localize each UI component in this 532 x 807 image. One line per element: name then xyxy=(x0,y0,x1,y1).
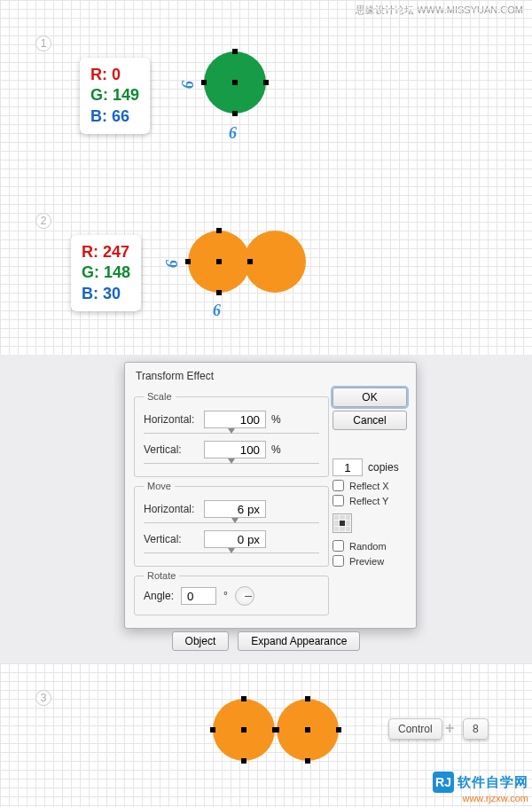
brand-cn: 软件自学网 xyxy=(458,774,528,791)
watermark-bottom: RJ 软件自学网 www.rjzxw.com xyxy=(433,772,528,803)
rgb1-r: R: 0 xyxy=(90,65,139,85)
rotate-label: Angle: xyxy=(144,590,174,602)
copies-label: copies xyxy=(368,461,399,474)
step-badge-3: 3 xyxy=(35,690,51,706)
scale-v-label: Vertical: xyxy=(144,443,199,456)
orange-circle-a[interactable] xyxy=(213,699,275,761)
rotate-dial[interactable] xyxy=(235,586,254,606)
reference-point[interactable] xyxy=(332,513,352,533)
reflect-y-checkbox[interactable] xyxy=(332,495,344,506)
green-circle[interactable] xyxy=(204,51,266,114)
dialog-title: Transform Effect xyxy=(134,368,407,388)
preview-checkbox[interactable] xyxy=(332,555,344,567)
scale-legend: Scale xyxy=(144,391,176,402)
dim-height-2: 6 xyxy=(163,260,182,268)
move-h-label: Horizontal: xyxy=(144,503,199,515)
rgb1-b: B: 66 xyxy=(90,106,139,127)
move-v-input[interactable] xyxy=(204,530,266,548)
dim-width-1: 6 xyxy=(229,124,237,143)
reflect-x-checkbox[interactable] xyxy=(332,480,344,491)
step-1-area: 1 R: 0 G: 149 B: 66 6 6 xyxy=(0,0,532,186)
rotate-legend: Rotate xyxy=(144,570,179,581)
step-badge-2: 2 xyxy=(35,213,51,229)
preview-label: Preview xyxy=(349,556,384,567)
pct-1: % xyxy=(271,413,281,426)
dialog-area: Transform Effect Scale Horizontal: % Ver… xyxy=(0,355,532,663)
rgb2-g: G: 148 xyxy=(82,262,130,283)
reflect-y-label: Reflect Y xyxy=(349,496,388,506)
transform-effect-dialog: Transform Effect Scale Horizontal: % Ver… xyxy=(124,362,417,629)
copies-input[interactable] xyxy=(332,458,363,476)
move-v-label: Vertical: xyxy=(144,533,199,545)
rgb-card-2: R: 247 G: 148 B: 30 xyxy=(71,235,141,311)
rgb1-g: G: 149 xyxy=(90,85,139,106)
move-legend: Move xyxy=(144,481,175,491)
dim-height-1: 6 xyxy=(179,81,198,89)
step-badge-1: 1 xyxy=(35,35,51,51)
random-checkbox[interactable] xyxy=(332,540,344,552)
random-label: Random xyxy=(349,541,387,552)
rgb2-b: B: 30 xyxy=(82,284,130,304)
reflect-x-label: Reflect X xyxy=(349,481,389,491)
orange-circle-copy xyxy=(244,231,306,293)
brand-url: www.rjzxw.com xyxy=(433,793,528,803)
scale-v-input[interactable] xyxy=(204,441,266,458)
object-menu-button[interactable]: Object xyxy=(172,631,230,651)
dim-width-2: 6 xyxy=(213,302,221,320)
rotate-input[interactable] xyxy=(181,587,216,605)
scale-h-label: Horizontal: xyxy=(144,413,199,426)
control-key: Control xyxy=(388,718,442,740)
rgb2-r: R: 247 xyxy=(82,242,130,262)
scale-group: Scale Horizontal: % Vertical: % xyxy=(134,391,329,477)
step-2-area: 2 R: 247 G: 148 B: 30 6 6 xyxy=(0,186,532,355)
plus-icon: + xyxy=(445,719,455,738)
orange-circle[interactable] xyxy=(188,231,250,293)
eight-key: 8 xyxy=(463,718,489,740)
cancel-button[interactable]: Cancel xyxy=(332,411,407,430)
orange-circle-b[interactable] xyxy=(277,699,339,761)
expand-appearance-button[interactable]: Expand Appearance xyxy=(238,631,360,651)
move-group: Move Horizontal: Vertical: xyxy=(134,481,329,567)
logo-icon: RJ xyxy=(433,772,454,793)
rotate-group: Rotate Angle: ° xyxy=(134,570,329,615)
ok-button[interactable]: OK xyxy=(332,388,407,407)
rgb-card-1: R: 0 G: 149 B: 66 xyxy=(80,58,150,134)
pct-2: % xyxy=(271,443,281,456)
deg-symbol: ° xyxy=(223,590,228,602)
move-h-input[interactable] xyxy=(204,500,266,518)
scale-h-input[interactable] xyxy=(204,411,266,428)
